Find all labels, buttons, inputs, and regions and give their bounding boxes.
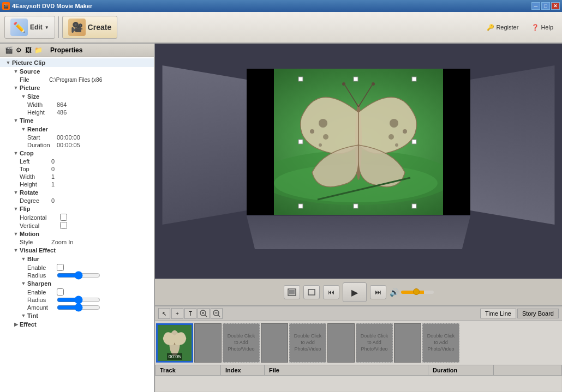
sharpen-amount-slider[interactable] xyxy=(57,304,100,311)
blur-enable-checkbox[interactable] xyxy=(57,264,64,271)
sharpen-enable-checkbox[interactable] xyxy=(57,288,64,295)
expander-picture[interactable]: ▼ xyxy=(12,84,20,92)
svg-point-15 xyxy=(372,82,375,86)
text-tool[interactable]: T xyxy=(184,308,196,319)
svg-rect-18 xyxy=(412,77,416,81)
properties-tree: ▼ Picture Clip ▼ Source File C:\Program … xyxy=(0,57,154,392)
rewind-button[interactable]: ⏮ xyxy=(323,285,339,299)
tree-tint[interactable]: ▼ Tint xyxy=(0,311,154,320)
horizontal-checkbox[interactable] xyxy=(60,214,67,221)
volume-control: 🔊 xyxy=(390,288,434,297)
volume-slider[interactable] xyxy=(401,291,434,294)
add-tool[interactable]: + xyxy=(171,308,183,319)
expander-effect[interactable]: ▶ xyxy=(12,321,20,328)
expander-blur[interactable]: ▼ xyxy=(20,255,27,263)
zoom-out-tool[interactable] xyxy=(211,308,223,319)
expander-size[interactable]: ▼ xyxy=(20,93,27,100)
tree-sharpen[interactable]: ▼ Sharpen xyxy=(0,279,154,288)
cursor-tool[interactable]: ↖ xyxy=(158,308,170,319)
tree-blur[interactable]: ▼ Blur xyxy=(0,255,154,263)
expander-rotate[interactable]: ▼ xyxy=(12,189,20,196)
svg-point-13 xyxy=(342,82,345,86)
tree-source[interactable]: ▼ Source xyxy=(0,67,154,76)
expander-time[interactable]: ▼ xyxy=(12,117,20,124)
svg-rect-23 xyxy=(298,140,303,144)
edit-menu-button[interactable]: ✏️ Edit ▼ xyxy=(4,16,55,39)
sharpen-radius-slider[interactable] xyxy=(57,297,100,303)
tree-render[interactable]: ▼ Render xyxy=(0,125,154,134)
edit-dropdown-icon: ▼ xyxy=(45,25,49,30)
panel-tab-folder[interactable]: 📁 xyxy=(34,46,43,55)
crop-button[interactable] xyxy=(303,285,320,299)
expander-sharpen[interactable]: ▼ xyxy=(20,280,27,287)
volume-thumb xyxy=(413,288,420,295)
expander-tint[interactable]: ▼ xyxy=(20,312,27,319)
forward-button[interactable]: ⏭ xyxy=(370,285,386,299)
fit-screen-button[interactable] xyxy=(284,285,300,299)
expander-render[interactable]: ▼ xyxy=(20,125,27,133)
thumb-label-1: 00:05 xyxy=(167,353,183,360)
tree-width: Width 864 xyxy=(0,101,154,108)
svg-point-11 xyxy=(395,143,398,147)
edit-label: Edit xyxy=(30,23,43,31)
tree-blur-enable: Enable xyxy=(0,263,154,272)
edit-icon: ✏️ xyxy=(10,19,28,36)
expander-visual-effect[interactable]: ▼ xyxy=(12,246,20,254)
svg-rect-22 xyxy=(354,204,358,208)
tree-rotate[interactable]: ▼ Rotate xyxy=(0,188,154,197)
tree-picture-clip[interactable]: ▼ Picture Clip xyxy=(0,58,154,67)
tree-motion[interactable]: ▼ Motion xyxy=(0,230,154,238)
track-thumb-add-3[interactable]: Double Clickto AddPhoto/Video xyxy=(289,323,326,363)
tree-effect[interactable]: ▶ Effect xyxy=(0,320,154,329)
svg-rect-21 xyxy=(354,77,358,81)
blur-radius-slider[interactable] xyxy=(57,272,100,279)
tree-style: Style Zoom In xyxy=(0,238,154,246)
storyboard-tab[interactable]: Story Board xyxy=(517,309,559,318)
track-thumb-add-2[interactable]: Double Clickto AddPhoto/Video xyxy=(223,323,260,363)
track-col-header: Track xyxy=(156,365,221,376)
expander-flip[interactable]: ▼ xyxy=(12,205,20,213)
svg-rect-17 xyxy=(298,77,303,81)
table-row-empty xyxy=(156,376,562,392)
timeline-tab[interactable]: Time Line xyxy=(480,309,516,318)
track-thumb-add-5[interactable]: Double Clickto AddPhoto/Video xyxy=(422,323,459,363)
maximize-button[interactable]: □ xyxy=(541,2,550,10)
tree-crop[interactable]: ▼ Crop xyxy=(0,149,154,158)
register-button[interactable]: 🔑 Register xyxy=(482,22,523,33)
toolbar-right: 🔑 Register ❓ Help xyxy=(482,22,558,33)
expander-crop[interactable]: ▼ xyxy=(12,149,20,157)
track-thumb-bg-1 xyxy=(194,323,222,363)
tree-picture[interactable]: ▼ Picture xyxy=(0,83,154,92)
panel-tab-image[interactable]: 🖼 xyxy=(24,46,33,55)
close-button[interactable]: ✕ xyxy=(551,2,560,10)
duration-col-header: Duration xyxy=(428,365,494,376)
stage-right-panel xyxy=(470,65,554,225)
help-button[interactable]: ❓ Help xyxy=(527,22,558,33)
expander-picture-clip[interactable]: ▼ xyxy=(4,59,12,67)
expander-motion[interactable]: ▼ xyxy=(12,230,20,238)
expander-source[interactable]: ▼ xyxy=(12,68,20,75)
svg-rect-20 xyxy=(412,204,416,208)
tree-time[interactable]: ▼ Time xyxy=(0,116,154,125)
main-content: 🎬 ⚙ 🖼 📁 Properties ▼ Picture Clip ▼ Sour… xyxy=(0,44,562,392)
create-label: Create xyxy=(88,23,112,32)
tree-size[interactable]: ▼ Size xyxy=(0,92,154,101)
panel-tab-film[interactable]: 🎬 xyxy=(4,46,13,55)
create-menu-button[interactable]: 🎥 Create xyxy=(62,16,118,39)
tree-visual-effect[interactable]: ▼ Visual Effect xyxy=(0,246,154,255)
minimize-button[interactable]: ─ xyxy=(531,2,540,10)
tree-flip[interactable]: ▼ Flip xyxy=(0,204,154,213)
vertical-checkbox[interactable] xyxy=(60,222,67,229)
svg-point-4 xyxy=(319,119,327,128)
help-icon: ❓ xyxy=(531,24,539,31)
track-thumb-add-4[interactable]: Double Clickto AddPhoto/Video xyxy=(356,323,393,363)
play-button[interactable]: ▶ xyxy=(343,282,367,302)
tree-sharpen-radius: Radius xyxy=(0,296,154,304)
left-panel: 🎬 ⚙ 🖼 📁 Properties ▼ Picture Clip ▼ Sour… xyxy=(0,44,155,392)
tree-vertical: Vertical xyxy=(0,221,154,230)
track-thumb-1[interactable]: 00:05 xyxy=(156,323,193,363)
svg-point-6 xyxy=(323,134,328,140)
stage-left-panel xyxy=(163,65,247,225)
panel-tab-gear[interactable]: ⚙ xyxy=(14,46,23,55)
zoom-in-tool[interactable] xyxy=(198,308,210,319)
